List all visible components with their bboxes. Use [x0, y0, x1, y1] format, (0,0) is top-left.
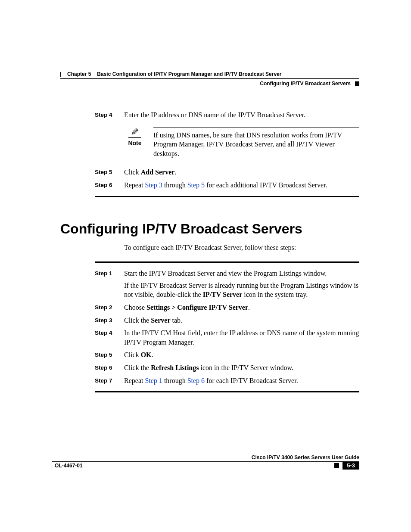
step-body: Click the Refresh Listings icon in the I…	[124, 363, 359, 373]
step-label: Step 2	[95, 303, 116, 312]
chapter-label: Chapter 5	[67, 71, 91, 77]
note-row: ✎ Note If using DNS names, be sure that …	[95, 123, 359, 165]
section-row: Configuring IP/TV Broadcast Servers	[60, 81, 359, 87]
steps-block-top: Step 4 Enter the IP address or DNS name …	[95, 110, 359, 197]
steps-end-rule	[95, 391, 359, 392]
step-label: Step 5	[95, 350, 116, 360]
footer-doc-id: OL-4467-01	[52, 461, 93, 470]
step-body: Repeat Step 1 through Step 6 for each IP…	[124, 376, 359, 386]
step-4-top: Step 4 Enter the IP address or DNS name …	[95, 110, 359, 120]
steps-end-rule	[95, 196, 359, 197]
step-label: Step 6	[95, 180, 116, 190]
step-5: Step 5 Click OK.	[95, 350, 359, 360]
step-7: Step 7 Repeat Step 1 through Step 6 for …	[95, 376, 359, 386]
step-label: Step 7	[95, 376, 116, 386]
section-title: Configuring IP/TV Broadcast Servers	[260, 81, 351, 87]
note-text: If using DNS names, be sure that DNS res…	[153, 128, 359, 159]
link-step-1[interactable]: Step 1	[145, 377, 162, 384]
page-number: 5-3	[342, 461, 359, 470]
step-1: Step 1 Start the IP/TV Broadcast Server …	[95, 269, 359, 299]
step-label: Step 6	[95, 363, 116, 373]
step-body: Click Add Server.	[124, 168, 359, 177]
steps-begin-rule	[95, 261, 359, 263]
step-3: Step 3 Click the Server tab.	[95, 316, 359, 325]
step-body: In the IP/TV CM Host field, enter the IP…	[124, 328, 359, 347]
note-pencil-icon: ✎	[128, 128, 141, 138]
footer-book-title: Cisco IP/TV 3400 Series Servers User Gui…	[52, 454, 359, 462]
footer-block-icon	[334, 463, 339, 468]
running-header: Chapter 5 Basic Configuration of IP/TV P…	[60, 71, 359, 87]
step-body: Repeat Step 3 through Step 5 for each ad…	[124, 180, 359, 190]
step-label: Step 3	[95, 316, 116, 325]
link-step-5[interactable]: Step 5	[187, 181, 205, 189]
header-tick-mark	[60, 72, 61, 77]
step-5-top: Step 5 Click Add Server.	[95, 168, 359, 177]
step-body: Choose Settings > Configure IP/TV Server…	[124, 303, 359, 312]
steps-block-main: Step 1 Start the IP/TV Broadcast Server …	[95, 261, 359, 392]
step-body: Click OK.	[124, 350, 359, 360]
step-4: Step 4 In the IP/TV CM Host field, enter…	[95, 328, 359, 347]
note-label: Note	[124, 139, 146, 147]
link-step-6[interactable]: Step 6	[187, 377, 205, 384]
step-2: Step 2 Choose Settings > Configure IP/TV…	[95, 303, 359, 312]
step-body: Click the Server tab.	[124, 316, 359, 325]
step-body: Enter the IP address or DNS name of the …	[124, 110, 359, 120]
note-block: ✎ Note If using DNS names, be sure that …	[124, 128, 359, 159]
link-step-3[interactable]: Step 3	[145, 181, 162, 189]
document-page: Chapter 5 Basic Configuration of IP/TV P…	[0, 0, 411, 532]
chapter-title: Basic Configuration of IP/TV Program Man…	[97, 71, 281, 77]
step-6-top: Step 6 Repeat Step 3 through Step 5 for …	[95, 180, 359, 190]
step-6: Step 6 Click the Refresh Listings icon i…	[95, 363, 359, 373]
step-label: Step 4	[95, 110, 116, 120]
header-end-block-icon	[355, 81, 359, 86]
step-label: Step 1	[95, 269, 116, 299]
step-label: Step 4	[95, 328, 116, 347]
step-body: Start the IP/TV Broadcast Server and vie…	[124, 269, 359, 299]
intro-text: To configure each IP/TV Broadcast Server…	[124, 243, 359, 252]
section-heading: Configuring IP/TV Broadcast Servers	[60, 221, 359, 237]
step-label: Step 5	[95, 168, 116, 177]
page-footer: Cisco IP/TV 3400 Series Servers User Gui…	[52, 454, 359, 470]
chapter-row: Chapter 5 Basic Configuration of IP/TV P…	[60, 71, 359, 79]
